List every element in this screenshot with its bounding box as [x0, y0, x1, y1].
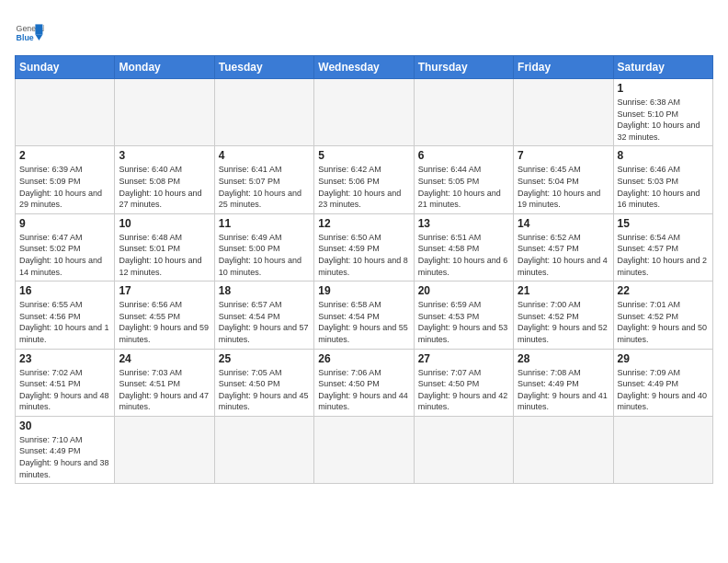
calendar-cell: 6Sunrise: 6:44 AM Sunset: 5:05 PM Daylig… — [414, 146, 513, 213]
calendar-cell: 17Sunrise: 6:56 AM Sunset: 4:55 PM Dayli… — [115, 282, 214, 349]
calendar-cell: 23Sunrise: 7:02 AM Sunset: 4:51 PM Dayli… — [16, 349, 115, 416]
day-info: Sunrise: 6:50 AM Sunset: 4:59 PM Dayligh… — [318, 232, 409, 278]
day-number: 9 — [19, 217, 110, 230]
calendar-cell: 5Sunrise: 6:42 AM Sunset: 5:06 PM Daylig… — [314, 146, 414, 213]
day-number: 29 — [618, 352, 709, 365]
day-info: Sunrise: 6:49 AM Sunset: 5:00 PM Dayligh… — [219, 232, 310, 278]
day-info: Sunrise: 7:07 AM Sunset: 4:50 PM Dayligh… — [418, 367, 509, 413]
day-number: 16 — [19, 284, 110, 297]
day-number: 14 — [518, 217, 609, 230]
day-info: Sunrise: 6:39 AM Sunset: 5:09 PM Dayligh… — [19, 164, 110, 210]
day-number: 23 — [19, 352, 110, 365]
calendar-cell — [115, 79, 214, 146]
day-number: 4 — [219, 149, 310, 162]
calendar-cell: 29Sunrise: 7:09 AM Sunset: 4:49 PM Dayli… — [613, 349, 712, 416]
day-number: 1 — [618, 82, 709, 95]
day-info: Sunrise: 7:05 AM Sunset: 4:50 PM Dayligh… — [219, 367, 310, 413]
calendar-cell — [314, 416, 414, 483]
day-number: 27 — [418, 352, 509, 365]
calendar-cell: 1Sunrise: 6:38 AM Sunset: 5:10 PM Daylig… — [613, 79, 712, 146]
calendar-cell: 9Sunrise: 6:47 AM Sunset: 5:02 PM Daylig… — [16, 213, 115, 281]
day-number: 2 — [19, 149, 110, 162]
day-info: Sunrise: 6:42 AM Sunset: 5:06 PM Dayligh… — [318, 164, 409, 210]
day-info: Sunrise: 7:06 AM Sunset: 4:50 PM Dayligh… — [318, 367, 409, 413]
weekday-header-sunday: Sunday — [16, 56, 115, 79]
weekday-header-thursday: Thursday — [414, 56, 513, 79]
day-number: 8 — [618, 149, 709, 162]
day-info: Sunrise: 6:48 AM Sunset: 5:01 PM Dayligh… — [119, 232, 210, 278]
calendar-cell — [214, 416, 313, 483]
day-info: Sunrise: 7:00 AM Sunset: 4:52 PM Dayligh… — [518, 299, 609, 345]
calendar-cell: 15Sunrise: 6:54 AM Sunset: 4:57 PM Dayli… — [613, 213, 712, 281]
day-info: Sunrise: 6:38 AM Sunset: 5:10 PM Dayligh… — [618, 97, 709, 143]
day-number: 11 — [219, 217, 310, 230]
calendar-cell: 3Sunrise: 6:40 AM Sunset: 5:08 PM Daylig… — [115, 146, 214, 213]
day-info: Sunrise: 6:58 AM Sunset: 4:54 PM Dayligh… — [318, 299, 409, 345]
weekday-header-saturday: Saturday — [613, 56, 712, 79]
svg-marker-2 — [35, 24, 42, 34]
day-number: 26 — [318, 352, 409, 365]
day-number: 10 — [119, 217, 210, 230]
day-info: Sunrise: 7:10 AM Sunset: 4:49 PM Dayligh… — [19, 434, 110, 480]
svg-marker-3 — [35, 35, 42, 40]
weekday-header-wednesday: Wednesday — [314, 56, 414, 79]
calendar-cell — [16, 79, 115, 146]
calendar-cell: 12Sunrise: 6:50 AM Sunset: 4:59 PM Dayli… — [314, 213, 414, 281]
calendar-cell: 2Sunrise: 6:39 AM Sunset: 5:09 PM Daylig… — [16, 146, 115, 213]
calendar-cell: 7Sunrise: 6:45 AM Sunset: 5:04 PM Daylig… — [514, 146, 613, 213]
day-info: Sunrise: 6:46 AM Sunset: 5:03 PM Dayligh… — [618, 164, 709, 210]
calendar-cell — [514, 416, 613, 483]
day-info: Sunrise: 6:59 AM Sunset: 4:53 PM Dayligh… — [418, 299, 509, 345]
day-info: Sunrise: 7:01 AM Sunset: 4:52 PM Dayligh… — [618, 299, 709, 345]
calendar-cell: 30Sunrise: 7:10 AM Sunset: 4:49 PM Dayli… — [16, 416, 115, 483]
day-info: Sunrise: 6:52 AM Sunset: 4:57 PM Dayligh… — [518, 232, 609, 278]
day-number: 17 — [119, 284, 210, 297]
day-info: Sunrise: 6:47 AM Sunset: 5:02 PM Dayligh… — [19, 232, 110, 278]
day-number: 13 — [418, 217, 509, 230]
day-info: Sunrise: 6:45 AM Sunset: 5:04 PM Dayligh… — [518, 164, 609, 210]
calendar-cell — [414, 416, 513, 483]
calendar-cell — [214, 79, 313, 146]
calendar-cell — [314, 79, 414, 146]
calendar-cell: 8Sunrise: 6:46 AM Sunset: 5:03 PM Daylig… — [613, 146, 712, 213]
calendar-cell — [414, 79, 513, 146]
day-number: 6 — [418, 149, 509, 162]
day-number: 28 — [518, 352, 609, 365]
day-info: Sunrise: 7:09 AM Sunset: 4:49 PM Dayligh… — [618, 367, 709, 413]
weekday-header-monday: Monday — [115, 56, 214, 79]
day-info: Sunrise: 6:56 AM Sunset: 4:55 PM Dayligh… — [119, 299, 210, 345]
calendar-cell: 28Sunrise: 7:08 AM Sunset: 4:49 PM Dayli… — [514, 349, 613, 416]
weekday-header-tuesday: Tuesday — [214, 56, 313, 79]
day-info: Sunrise: 6:57 AM Sunset: 4:54 PM Dayligh… — [219, 299, 310, 345]
day-number: 3 — [119, 149, 210, 162]
calendar-cell: 4Sunrise: 6:41 AM Sunset: 5:07 PM Daylig… — [214, 146, 313, 213]
calendar-cell: 25Sunrise: 7:05 AM Sunset: 4:50 PM Dayli… — [214, 349, 313, 416]
calendar-cell — [613, 416, 712, 483]
calendar-cell: 13Sunrise: 6:51 AM Sunset: 4:58 PM Dayli… — [414, 213, 513, 281]
calendar-cell: 20Sunrise: 6:59 AM Sunset: 4:53 PM Dayli… — [414, 282, 513, 349]
day-info: Sunrise: 6:51 AM Sunset: 4:58 PM Dayligh… — [418, 232, 509, 278]
calendar-cell: 24Sunrise: 7:03 AM Sunset: 4:51 PM Dayli… — [115, 349, 214, 416]
day-info: Sunrise: 6:54 AM Sunset: 4:57 PM Dayligh… — [618, 232, 709, 278]
day-info: Sunrise: 6:41 AM Sunset: 5:07 PM Dayligh… — [219, 164, 310, 210]
day-number: 24 — [119, 352, 210, 365]
day-info: Sunrise: 6:55 AM Sunset: 4:56 PM Dayligh… — [19, 299, 110, 345]
calendar-cell: 19Sunrise: 6:58 AM Sunset: 4:54 PM Dayli… — [314, 282, 414, 349]
day-number: 25 — [219, 352, 310, 365]
day-number: 21 — [518, 284, 609, 297]
day-info: Sunrise: 6:44 AM Sunset: 5:05 PM Dayligh… — [418, 164, 509, 210]
calendar-cell: 18Sunrise: 6:57 AM Sunset: 4:54 PM Dayli… — [214, 282, 313, 349]
svg-text:Blue: Blue — [17, 33, 34, 42]
logo: General Blue — [15, 18, 48, 48]
calendar-cell: 14Sunrise: 6:52 AM Sunset: 4:57 PM Dayli… — [514, 213, 613, 281]
day-number: 5 — [318, 149, 409, 162]
day-number: 18 — [219, 284, 310, 297]
day-number: 12 — [318, 217, 409, 230]
day-info: Sunrise: 7:03 AM Sunset: 4:51 PM Dayligh… — [119, 367, 210, 413]
day-info: Sunrise: 7:08 AM Sunset: 4:49 PM Dayligh… — [518, 367, 609, 413]
calendar-cell: 22Sunrise: 7:01 AM Sunset: 4:52 PM Dayli… — [613, 282, 712, 349]
day-number: 19 — [318, 284, 409, 297]
day-number: 22 — [618, 284, 709, 297]
calendar-cell: 10Sunrise: 6:48 AM Sunset: 5:01 PM Dayli… — [115, 213, 214, 281]
day-info: Sunrise: 6:40 AM Sunset: 5:08 PM Dayligh… — [119, 164, 210, 210]
